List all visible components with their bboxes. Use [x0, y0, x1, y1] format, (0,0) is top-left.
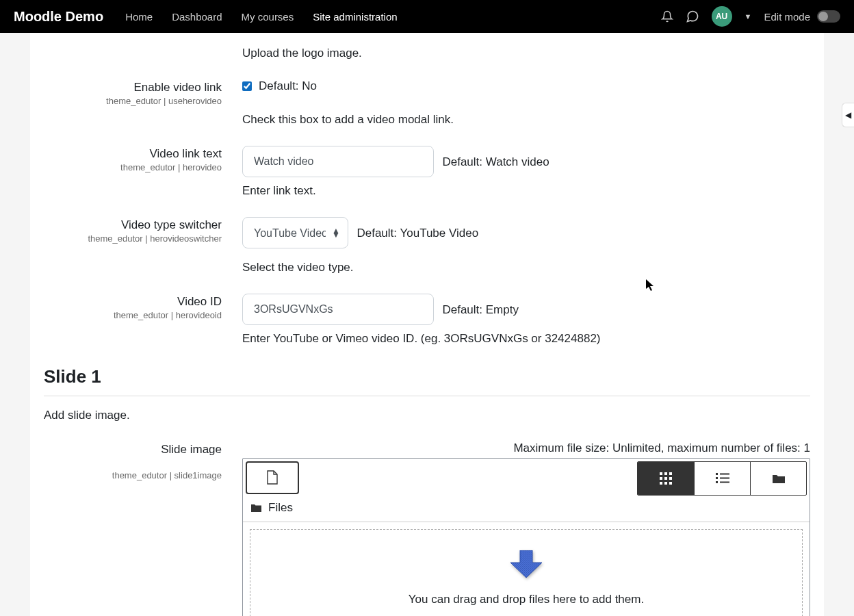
dropzone[interactable]: You can drag and drop files here to add … [250, 529, 803, 616]
video-id-default: Default: Empty [442, 303, 519, 317]
video-id-desc: Enter YouTube or Vimeo video ID. (eg. 3O… [242, 332, 810, 346]
svg-rect-5 [669, 477, 672, 480]
grid-view-button[interactable] [638, 462, 694, 495]
enable-video-checkbox[interactable] [242, 81, 252, 91]
navbar: Moodle Demo Home Dashboard My courses Si… [0, 0, 854, 33]
chat-icon[interactable] [686, 10, 699, 23]
chevron-down-icon[interactable]: ▼ [745, 12, 752, 21]
svg-rect-1 [664, 472, 667, 475]
upload-logo-desc: Upload the logo image. [242, 47, 810, 60]
drop-text: You can drag and drop files here to add … [257, 593, 795, 606]
svg-rect-6 [660, 482, 662, 485]
video-type-default: Default: YouTube Video [357, 227, 478, 240]
svg-rect-8 [669, 482, 672, 485]
svg-rect-3 [660, 477, 662, 480]
video-type-desc: Select the video type. [242, 261, 810, 274]
video-link-text-label: Video link text [44, 147, 222, 161]
svg-rect-9 [716, 473, 718, 475]
slide1-hr [44, 396, 810, 396]
edit-mode-label: Edit mode [764, 11, 810, 23]
nav-siteadmin[interactable]: Site administration [313, 11, 397, 23]
video-link-text-input[interactable] [242, 146, 434, 177]
svg-rect-14 [720, 482, 729, 483]
row-video-type: Video type switcher theme_edutor | herov… [44, 217, 810, 248]
folder-small-icon [251, 504, 261, 512]
svg-rect-12 [720, 478, 729, 479]
folder-icon [773, 474, 785, 484]
video-type-label: Video type switcher [44, 218, 222, 232]
list-icon [716, 473, 729, 484]
nav-home[interactable]: Home [125, 11, 153, 23]
enable-video-desc: Check this box to add a video modal link… [242, 113, 810, 127]
filepicker: Files You can drag and drop files here t… [242, 458, 810, 616]
enable-video-key: theme_edutor | useherovideo [44, 96, 222, 106]
video-type-key: theme_edutor | herovideoswitcher [44, 233, 222, 244]
fp-toolbar [243, 459, 810, 498]
list-view-button[interactable] [694, 462, 750, 495]
svg-rect-10 [720, 474, 729, 475]
enable-video-default: Default: No [259, 79, 317, 93]
enable-video-label: Enable video link [44, 81, 222, 94]
fp-path: Files [243, 498, 810, 522]
svg-rect-13 [716, 481, 718, 483]
page: Upload the logo image. Enable video link… [30, 33, 824, 616]
video-link-text-key: theme_edutor | herovideo [44, 162, 222, 172]
svg-rect-0 [660, 472, 662, 475]
slide-image-key: theme_edutor | slide1image [44, 470, 222, 480]
navbar-right: AU ▼ Edit mode [661, 6, 840, 27]
svg-rect-4 [664, 477, 667, 480]
add-file-button[interactable] [246, 461, 299, 494]
row-slide-image: Slide image theme_edutor | slide1image M… [44, 441, 810, 616]
edit-mode: Edit mode [764, 10, 840, 23]
row-video-id: Video ID theme_edutor | herovideoid Defa… [44, 294, 810, 325]
row-enable-video: Enable video link theme_edutor | usehero… [44, 79, 810, 106]
navbar-left: Moodle Demo Home Dashboard My courses Si… [14, 9, 398, 25]
slide1-heading: Slide 1 [44, 366, 810, 387]
video-link-text-default: Default: Watch video [442, 155, 549, 169]
brand[interactable]: Moodle Demo [14, 9, 103, 25]
nav-dashboard[interactable]: Dashboard [172, 11, 222, 23]
video-id-label: Video ID [44, 295, 222, 309]
fp-views [637, 461, 807, 496]
slide-image-label: Slide image [44, 443, 222, 457]
row-video-link-text: Video link text theme_edutor | herovideo… [44, 146, 810, 177]
svg-rect-11 [716, 477, 718, 479]
svg-rect-2 [669, 472, 672, 475]
video-id-key: theme_edutor | herovideoid [44, 310, 222, 320]
avatar[interactable]: AU [712, 6, 732, 27]
files-label[interactable]: Files [268, 501, 293, 515]
edit-mode-toggle[interactable] [817, 10, 840, 23]
nav-links: Home Dashboard My courses Site administr… [125, 11, 398, 23]
tree-view-button[interactable] [750, 462, 806, 495]
drawer-toggle[interactable]: ◀ [842, 103, 854, 127]
grid-icon [660, 472, 672, 485]
svg-rect-7 [664, 482, 667, 485]
video-link-text-desc: Enter link text. [242, 184, 810, 198]
video-type-select[interactable]: YouTube Video [242, 217, 348, 248]
download-arrow-icon [510, 550, 542, 578]
nav-mycourses[interactable]: My courses [242, 11, 294, 23]
bell-icon[interactable] [661, 10, 673, 23]
video-id-input[interactable] [242, 294, 434, 325]
file-icon [266, 470, 279, 485]
file-info: Maximum file size: Unlimited, maximum nu… [242, 441, 810, 455]
slide1-sub: Add slide image. [44, 409, 810, 422]
